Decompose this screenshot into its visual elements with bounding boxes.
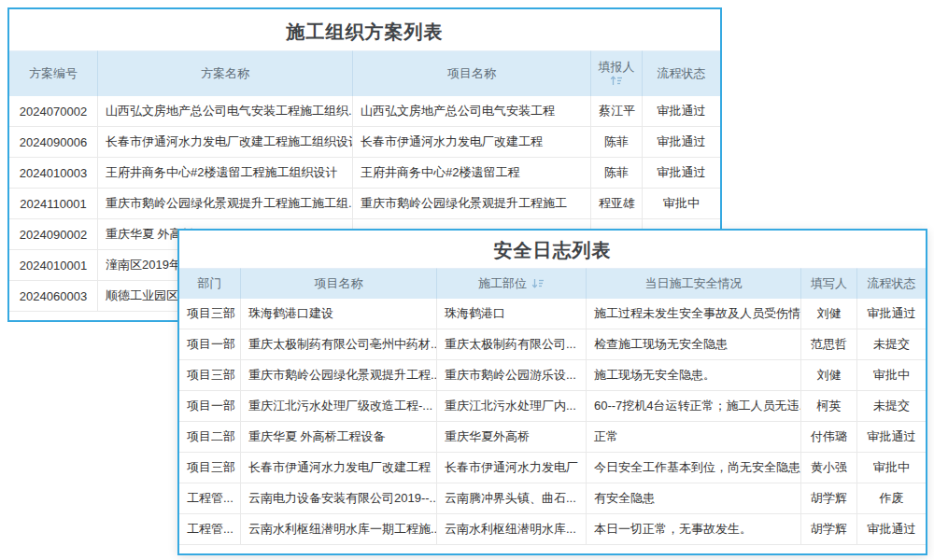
writer-name: 胡学辉	[801, 483, 857, 514]
status-badge: 审批通过	[857, 299, 926, 329]
plan-code-link[interactable]: 2024010001	[9, 250, 98, 281]
safety-situation-cell: 本日一切正常，无事故发生。	[587, 514, 801, 545]
project-name-link[interactable]: 重庆市鹅岭公园绿化景观提升工程施工	[353, 189, 591, 219]
writer-name: 刘健	[801, 360, 857, 391]
log-table-header-row: 部门 项目名称 施工部位 当日施工安全情况 填写人 流程状态	[179, 268, 926, 299]
plan-code-link[interactable]: 2024090002	[9, 219, 98, 250]
project-name-link[interactable]: 重庆市鹅岭公园绿化景观提升工程...	[241, 360, 437, 391]
status-badge: 作废	[857, 483, 926, 514]
dept-cell: 项目三部	[179, 453, 241, 483]
plan-col-header-status: 流程状态	[643, 50, 720, 96]
status-badge: 审批通过	[643, 96, 720, 127]
location-cell: 云南腾冲界头镇、曲石...	[437, 483, 587, 514]
writer-name: 刘健	[801, 299, 857, 329]
status-badge: 审批通过	[643, 158, 720, 189]
location-cell: 重庆江北污水处理厂内...	[437, 391, 587, 422]
location-cell: 珠海鹤港口	[437, 299, 587, 329]
log-table-row[interactable]: 项目三部 重庆市鹅岭公园绿化景观提升工程... 重庆市鹅岭公园游乐设... 施工…	[179, 360, 926, 391]
status-badge: 审批中	[857, 453, 926, 483]
status-badge: 审批通过	[857, 422, 926, 453]
project-name-link[interactable]: 王府井商务中心#2楼遗留工程	[353, 158, 591, 189]
writer-name: 范思哲	[801, 329, 857, 360]
plan-col-header-project-name: 项目名称	[353, 50, 591, 96]
safety-situation-cell: 今日安全工作基本到位，尚无安全隐患...	[587, 453, 801, 483]
log-table-row[interactable]: 项目三部 珠海鹤港口建设 珠海鹤港口 施工过程未发生安全事故及人员受伤情况 刘健…	[179, 299, 926, 329]
status-badge: 审批中	[643, 189, 720, 219]
log-table-row[interactable]: 项目一部 重庆江北污水处理厂级改造工程-... 重庆江北污水处理厂内... 60…	[179, 391, 926, 422]
plan-code-link[interactable]: 2024070002	[9, 96, 98, 127]
log-col-header-safety: 当日施工安全情况	[587, 268, 801, 299]
project-name-link[interactable]: 重庆江北污水处理厂级改造工程-...	[241, 391, 437, 422]
plan-table-row[interactable]: 2024090006 长春市伊通河水力发电厂改建工程施工组织设计 长春市伊通河水…	[9, 127, 720, 158]
writer-name: 胡学辉	[801, 514, 857, 545]
log-table-row[interactable]: 项目二部 重庆华夏 外高桥工程设备 重庆华夏外高桥 正常 付伟璐 审批通过	[179, 422, 926, 453]
filler-name: 陈菲	[591, 127, 643, 158]
dept-cell: 项目一部	[179, 329, 241, 360]
dept-cell: 项目二部	[179, 422, 241, 453]
log-table-row[interactable]: 项目一部 重庆太极制药有限公司亳州中药材... 重庆太极制药有限公司... 检查…	[179, 329, 926, 360]
log-col-header-location[interactable]: 施工部位	[437, 268, 587, 299]
dept-cell: 项目三部	[179, 299, 241, 329]
log-col-header-writer: 填写人	[801, 268, 857, 299]
plan-code-link[interactable]: 2024110001	[9, 189, 98, 219]
project-name-link[interactable]: 长春市伊通河水力发电厂改建工程	[241, 453, 437, 483]
plan-name-link[interactable]: 长春市伊通河水力发电厂改建工程施工组织设计	[98, 127, 353, 158]
safety-log-window: 安全日志列表 部门 项目名称 施工部位 当日施工安全情况 填写人 流程	[177, 229, 927, 555]
filler-name: 程亚雄	[591, 189, 643, 219]
project-name-link[interactable]: 珠海鹤港口建设	[241, 299, 437, 329]
plan-code-link[interactable]: 2024090006	[9, 127, 98, 158]
plan-col-header-plan-name: 方案名称	[98, 50, 353, 96]
plan-table-row[interactable]: 2024010003 王府井商务中心#2楼遗留工程施工组织设计 王府井商务中心#…	[9, 158, 720, 189]
location-cell: 重庆太极制药有限公司...	[437, 329, 587, 360]
plan-table-row[interactable]: 2024110001 重庆市鹅岭公园绿化景观提升工程施工施工组... 重庆市鹅岭…	[9, 189, 720, 219]
safety-situation-cell: 施工过程未发生安全事故及人员受伤情况	[587, 299, 801, 329]
project-name-link[interactable]: 山西弘文房地产总公司电气安装工程	[353, 96, 591, 127]
log-col-header-location-label: 施工部位	[478, 275, 527, 292]
log-col-header-status: 流程状态	[857, 268, 926, 299]
status-badge: 审批中	[857, 360, 926, 391]
filler-name: 陈菲	[591, 158, 643, 189]
writer-name: 付伟璐	[801, 422, 857, 453]
status-badge: 未提交	[857, 391, 926, 422]
log-col-header-dept: 部门	[179, 268, 241, 299]
plan-table-title: 施工组织方案列表	[9, 9, 720, 50]
log-table-title: 安全日志列表	[179, 231, 926, 268]
status-badge: 审批通过	[643, 127, 720, 158]
project-name-link[interactable]: 重庆太极制药有限公司亳州中药材...	[241, 329, 437, 360]
writer-name: 柯英	[801, 391, 857, 422]
safety-situation-cell: 正常	[587, 422, 801, 453]
safety-log-table: 部门 项目名称 施工部位 当日施工安全情况 填写人 流程状态 项目三部	[179, 268, 926, 545]
sort-icon[interactable]	[610, 75, 623, 89]
plan-name-link[interactable]: 重庆市鹅岭公园绿化景观提升工程施工施工组...	[98, 189, 353, 219]
location-cell: 重庆市鹅岭公园游乐设...	[437, 360, 587, 391]
plan-table-row[interactable]: 2024070002 山西弘文房地产总公司电气安装工程施工组织... 山西弘文房…	[9, 96, 720, 127]
log-table-row[interactable]: 工程管... 云南水利枢纽潜明水库一期工程施... 云南水利枢纽潜明水库... …	[179, 514, 926, 545]
plan-code-link[interactable]: 2024060003	[9, 281, 98, 312]
plan-name-link[interactable]: 王府井商务中心#2楼遗留工程施工组织设计	[98, 158, 353, 189]
plan-name-link[interactable]: 山西弘文房地产总公司电气安装工程施工组织...	[98, 96, 353, 127]
safety-situation-cell: 60--7挖机4台运转正常；施工人员无违...	[587, 391, 801, 422]
safety-situation-cell: 施工现场无安全隐患。	[587, 360, 801, 391]
project-name-link[interactable]: 云南水利枢纽潜明水库一期工程施...	[241, 514, 437, 545]
dept-cell: 项目一部	[179, 391, 241, 422]
safety-situation-cell: 有安全隐患	[587, 483, 801, 514]
location-cell: 云南水利枢纽潜明水库...	[437, 514, 587, 545]
project-name-link[interactable]: 长春市伊通河水力发电厂改建工程	[353, 127, 591, 158]
dept-cell: 工程管...	[179, 514, 241, 545]
location-cell: 长春市伊通河水力发电厂	[437, 453, 587, 483]
status-badge: 审批通过	[857, 514, 926, 545]
log-col-header-project: 项目名称	[241, 268, 437, 299]
plan-code-link[interactable]: 2024010003	[9, 158, 98, 189]
plan-col-header-filler-label: 填报人	[599, 60, 635, 74]
project-name-link[interactable]: 云南电力设备安装有限公司2019--...	[241, 483, 437, 514]
sort-icon[interactable]	[531, 277, 545, 291]
log-table-row[interactable]: 项目三部 长春市伊通河水力发电厂改建工程 长春市伊通河水力发电厂 今日安全工作基…	[179, 453, 926, 483]
log-table-row[interactable]: 工程管... 云南电力设备安装有限公司2019--... 云南腾冲界头镇、曲石.…	[179, 483, 926, 514]
project-name-link[interactable]: 重庆华夏 外高桥工程设备	[241, 422, 437, 453]
safety-situation-cell: 检查施工现场无安全隐患	[587, 329, 801, 360]
plan-col-header-filler[interactable]: 填报人	[591, 50, 643, 96]
writer-name: 黄小强	[801, 453, 857, 483]
location-cell: 重庆华夏外高桥	[437, 422, 587, 453]
plan-table-header-row: 方案编号 方案名称 项目名称 填报人 流程状态	[9, 50, 720, 96]
dept-cell: 项目三部	[179, 360, 241, 391]
